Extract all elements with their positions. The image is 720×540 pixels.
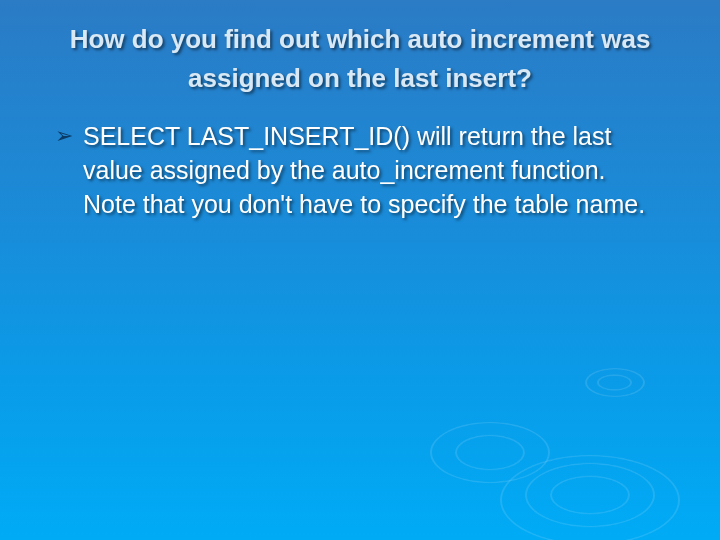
bullet-text: SELECT LAST_INSERT_ID() will return the …	[83, 120, 665, 221]
bullet-icon: ➢	[55, 120, 73, 152]
list-item: ➢ SELECT LAST_INSERT_ID() will return th…	[55, 120, 665, 221]
slide-title: How do you find out which auto increment…	[0, 0, 720, 98]
slide-content: ➢ SELECT LAST_INSERT_ID() will return th…	[0, 98, 720, 221]
decorative-ripples	[390, 330, 690, 540]
